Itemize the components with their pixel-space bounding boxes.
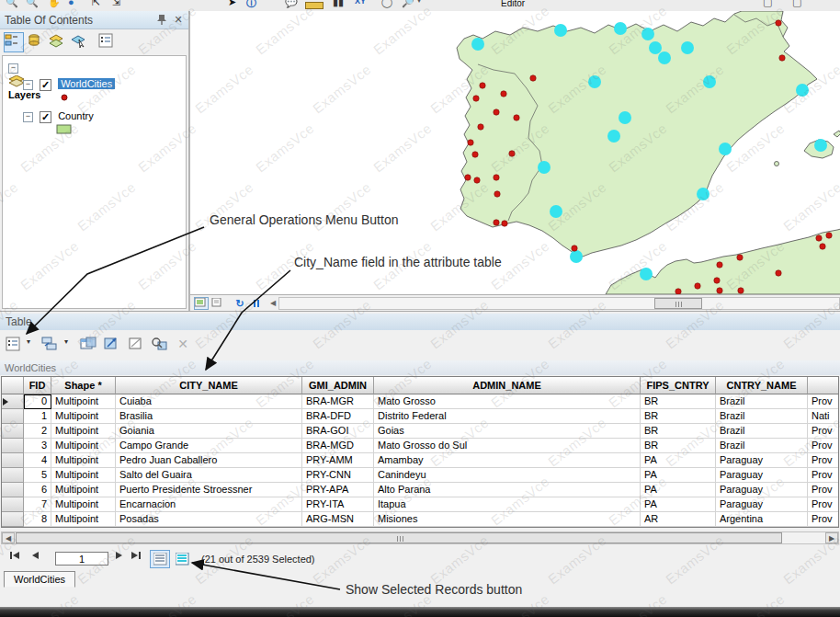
- gmi-admin-cell[interactable]: PRY-APA: [302, 483, 374, 497]
- row-selector[interactable]: [2, 424, 24, 439]
- measure-icon[interactable]: [305, 2, 324, 9]
- fips-cntry-cell[interactable]: PA: [641, 483, 716, 497]
- table-row[interactable]: 0MultipointCuiabaBRA-MGRMato GrossoBRBra…: [2, 394, 838, 409]
- row-selector[interactable]: [2, 439, 24, 453]
- worldcities-table-tab[interactable]: WorldCities: [4, 571, 75, 588]
- window-icon[interactable]: ▢: [763, 0, 772, 8]
- fips-cntry-cell[interactable]: BR: [641, 424, 716, 439]
- scroll-right-icon[interactable]: ▶: [825, 532, 838, 543]
- admin-name-cell[interactable]: Goias: [374, 424, 641, 439]
- fid-cell[interactable]: 0: [24, 394, 51, 409]
- city-name-cell[interactable]: Puerto Presidente Stroessner: [116, 483, 302, 497]
- shape-cell[interactable]: Multipoint: [51, 497, 116, 512]
- fid-cell[interactable]: 4: [24, 453, 51, 468]
- list-by-selection-button[interactable]: [70, 32, 90, 52]
- fid-cell[interactable]: 3: [24, 439, 51, 453]
- toc-options-button[interactable]: [97, 32, 118, 52]
- fid-cell[interactable]: 5: [24, 468, 51, 483]
- viewer-icon[interactable]: 🔎: [402, 0, 414, 8]
- extent-icon[interactable]: ⇲: [112, 0, 120, 8]
- column-header-admin-name[interactable]: ADMIN_NAME: [374, 377, 641, 394]
- zoom-in-icon[interactable]: 🔍: [6, 0, 18, 8]
- toc-item-worldcities[interactable]: − ✓ WorldCities: [23, 76, 115, 92]
- status-cell[interactable]: Prov: [808, 512, 839, 527]
- gmi-admin-cell[interactable]: BRA-MGD: [302, 439, 374, 453]
- city-name-cell[interactable]: Posadas: [116, 512, 302, 527]
- status-cell[interactable]: Prov: [808, 483, 839, 497]
- table-row[interactable]: 5MultipointSalto del GuairaPRY-CNNCanind…: [2, 468, 838, 483]
- status-cell[interactable]: Prov: [808, 394, 839, 409]
- cntry-name-cell[interactable]: Paraguay: [716, 468, 808, 483]
- city-name-cell[interactable]: Encarnacion: [116, 497, 302, 512]
- city-name-cell[interactable]: Pedro Juan Caballero: [116, 453, 302, 468]
- collapse-icon[interactable]: −: [23, 80, 33, 90]
- fid-cell[interactable]: 2: [24, 424, 51, 439]
- admin-name-cell[interactable]: Misiones: [374, 512, 641, 527]
- worldcities-checkbox[interactable]: ✓: [40, 79, 51, 91]
- map-hscrollbar[interactable]: [278, 297, 840, 310]
- lasso-icon[interactable]: ◯: [381, 0, 392, 8]
- toolbar-dropdown-icon[interactable]: ▾: [417, 0, 421, 5]
- table-row[interactable]: 3MultipointCampo GrandeBRA-MGDMato Gross…: [2, 439, 838, 453]
- list-by-drawing-order-button[interactable]: [4, 32, 24, 52]
- last-record-button[interactable]: [131, 551, 147, 567]
- table-row[interactable]: 6MultipointPuerto Presidente StroessnerP…: [2, 483, 838, 497]
- status-cell[interactable]: Prov: [808, 453, 839, 468]
- table-row[interactable]: 2MultipointGoianiaBRA-GOIGoiasBRBrazilPr…: [2, 424, 838, 439]
- related-tables-dropdown-icon[interactable]: ▾: [62, 334, 71, 354]
- status-cell[interactable]: Prov: [808, 439, 839, 453]
- next-record-button[interactable]: [114, 551, 131, 567]
- row-selector[interactable]: [2, 497, 24, 512]
- table-row[interactable]: 4MultipointPedro Juan CaballeroPRY-AMMAm…: [2, 453, 838, 468]
- cntry-name-cell[interactable]: Brazil: [716, 394, 808, 409]
- city-name-cell[interactable]: Cuiaba: [116, 394, 302, 409]
- status-cell[interactable]: Nati: [808, 409, 839, 424]
- gutter-header[interactable]: [2, 377, 24, 394]
- fips-cntry-cell[interactable]: PA: [641, 453, 716, 468]
- admin-name-cell[interactable]: Itapua: [374, 497, 641, 512]
- column-header-gmi-admin[interactable]: GMI_ADMIN: [302, 377, 374, 394]
- shape-cell[interactable]: Multipoint: [51, 468, 116, 483]
- row-selector[interactable]: [2, 394, 24, 409]
- cntry-name-cell[interactable]: Brazil: [716, 424, 808, 439]
- collapse-icon[interactable]: −: [23, 112, 33, 122]
- status-cell[interactable]: Prov: [808, 468, 839, 483]
- status-cell[interactable]: Prov: [808, 424, 839, 439]
- show-all-records-button[interactable]: [150, 550, 170, 568]
- shape-cell[interactable]: Multipoint: [51, 424, 116, 439]
- fips-cntry-cell[interactable]: BR: [641, 439, 716, 453]
- shape-cell[interactable]: Multipoint: [51, 409, 116, 424]
- table-row[interactable]: 7MultipointEncarnacionPRY-ITAItapuaPAPar…: [2, 497, 838, 512]
- fips-cntry-cell[interactable]: BR: [641, 409, 716, 424]
- cntry-name-cell[interactable]: Paraguay: [716, 453, 808, 468]
- editor-toolbar-label[interactable]: Editor: [501, 0, 525, 8]
- first-record-button[interactable]: [9, 551, 26, 567]
- admin-name-cell[interactable]: Distrito Federal: [374, 409, 641, 424]
- admin-name-cell[interactable]: Amambay: [374, 453, 641, 468]
- toc-layers-root[interactable]: − Layers: [8, 60, 40, 75]
- fid-cell[interactable]: 7: [24, 497, 51, 512]
- row-selector[interactable]: [2, 453, 24, 468]
- country-checkbox[interactable]: ✓: [40, 111, 51, 123]
- fid-cell[interactable]: 1: [24, 409, 51, 424]
- toc-item-country[interactable]: − ✓ Country: [23, 109, 94, 124]
- map-view[interactable]: ↻ ◀: [190, 11, 840, 311]
- identify-icon[interactable]: ⓘ: [246, 0, 256, 10]
- cntry-name-cell[interactable]: Paraguay: [716, 483, 808, 497]
- cntry-name-cell[interactable]: Argentina: [716, 512, 808, 527]
- map-hscroll-thumb[interactable]: [654, 298, 702, 309]
- fips-cntry-cell[interactable]: PA: [641, 497, 716, 512]
- fid-cell[interactable]: 6: [24, 483, 51, 497]
- html-popup-icon[interactable]: 💬: [285, 0, 298, 8]
- table-options-menu-button[interactable]: [5, 334, 23, 354]
- table-options-dropdown-icon[interactable]: ▾: [24, 334, 33, 354]
- refresh-icon[interactable]: ↻: [233, 297, 247, 310]
- row-selector[interactable]: [2, 483, 24, 497]
- table-hscrollbar[interactable]: ◀ ▶: [1, 531, 839, 544]
- country-symbol[interactable]: [56, 124, 73, 140]
- find-icon[interactable]: ▮▮: [333, 0, 344, 8]
- shape-cell[interactable]: Multipoint: [51, 483, 116, 497]
- list-by-source-button[interactable]: [26, 32, 46, 52]
- column-header-fid[interactable]: FID: [24, 377, 51, 394]
- window-icon[interactable]: ▢: [792, 0, 801, 8]
